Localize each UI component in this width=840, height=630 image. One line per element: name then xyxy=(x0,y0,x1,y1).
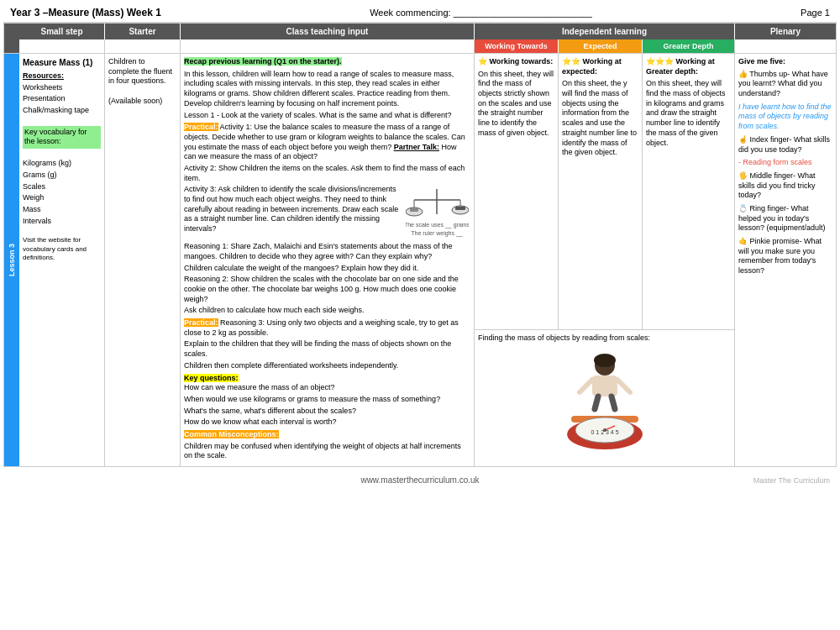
plenary-title: Give me five: xyxy=(738,57,832,67)
key-vocab-label: Key vocabulary for the lesson: xyxy=(23,126,101,149)
small-step-col: Measure Mass (1) Resources: Worksheets P… xyxy=(19,54,105,466)
col-independent-header: Independent learning xyxy=(475,24,735,39)
plenary-reading-form: - Reading form scales xyxy=(738,158,832,168)
reasoning1-text: Reasoning 1: Share Zach, Malaichi and Es… xyxy=(184,242,470,261)
ex-text: On this sheet, the y will find the mass … xyxy=(562,79,638,158)
svg-line-13 xyxy=(580,380,592,392)
header-week: Week commencing: _______________________… xyxy=(370,8,592,18)
main-content: Lesson 3 Measure Mass (1) Resources: Wor… xyxy=(3,53,837,467)
plenary-col: Give me five: 👍 Thumbs up- What have you… xyxy=(735,54,836,466)
page-header: Year 3 –Measure (Mass) Week 1 Week comme… xyxy=(3,3,837,23)
balance-scale-svg: The scale uses __ grams The ruler weighs… xyxy=(406,185,469,239)
kq4: How do we know what each interval is wor… xyxy=(184,417,470,428)
activity2-text: Activity 2: Show Children the items on t… xyxy=(184,164,470,183)
explain-text: Explain to the children that they will b… xyxy=(184,339,470,359)
expected-header: Expected xyxy=(559,39,643,53)
svg-point-22 xyxy=(603,428,606,432)
starter-available: (Available soon) xyxy=(108,97,176,107)
svg-line-15 xyxy=(595,396,598,409)
svg-point-11 xyxy=(594,354,616,367)
working-towards-col: ⭐ Working towards: On this sheet, they w… xyxy=(475,54,559,329)
independent-sub-cols: ⭐ Working towards: On this sheet, they w… xyxy=(475,54,734,329)
reasoning2b-text: Ask children to calculate how much each … xyxy=(184,306,470,316)
col-plenary-header: Plenary xyxy=(735,24,836,39)
intro-text: In this lesson, children will learn how … xyxy=(184,70,470,109)
practical1-label: Practical: xyxy=(184,123,218,131)
svg-line-16 xyxy=(612,396,615,409)
starter-col: Children to complete the fluent in four … xyxy=(105,54,181,466)
resources-label: Resources: xyxy=(23,71,101,81)
svg-rect-12 xyxy=(592,375,617,396)
kq3: What's the same, what's different about … xyxy=(184,407,470,417)
reasoning1b-text: Children calculate the weight of the man… xyxy=(184,264,470,274)
plenary-ring: 💍 Ring finger- What helped you in today'… xyxy=(738,204,832,234)
activity3-text: Activity 3: Ask children to identify the… xyxy=(184,185,400,234)
resource-chalk: Chalk/masking tape xyxy=(23,106,101,116)
ex-star: ⭐⭐ Working at expected: xyxy=(562,57,638,76)
independent-sub-headers: Working Towards Expected Greater Depth xyxy=(475,39,735,53)
lesson-label-bar: Lesson 3 xyxy=(4,54,19,466)
gd-star: ⭐⭐⭐ Working at Greater depth: xyxy=(646,57,731,76)
recap-label: Recap previous learning (Q1 on the start… xyxy=(184,57,470,67)
activity3-section: Activity 3: Ask children to identify the… xyxy=(184,185,470,239)
resource-presentation: Presentation xyxy=(23,94,101,104)
practical2-label: Practical: xyxy=(184,318,218,327)
finding-mass-section: Finding the mass of objects by reading f… xyxy=(475,329,734,466)
lesson-label: Lesson 3 xyxy=(8,244,16,276)
class-teaching-col: Recap previous learning (Q1 on the start… xyxy=(181,54,475,466)
sub-headers-row: Working Towards Expected Greater Depth xyxy=(3,39,837,53)
finding-mass-text: Finding the mass of objects by reading f… xyxy=(478,333,731,344)
website-text: Visit the website for vocabulary cards a… xyxy=(23,236,101,262)
vocab-g: Grams (g) xyxy=(23,171,101,181)
lesson1-text: Lesson 1 - Look at the variety of scales… xyxy=(184,111,470,121)
small-step-title: Measure Mass (1) xyxy=(23,57,101,68)
common-misconceptions-text: Common Misconceptions: xyxy=(184,430,470,440)
kq2: When would we use kilograms or grams to … xyxy=(184,395,470,405)
practical2-content: Reasoning 3: Using only two objects and … xyxy=(184,318,459,337)
greater-depth-col: ⭐⭐⭐ Working at Greater depth: On this sh… xyxy=(643,54,734,329)
wt-text: On this sheet, they will find the mass o… xyxy=(478,70,554,139)
svg-text:The scale uses __ grams: The scale uses __ grams xyxy=(406,222,469,228)
wt-label: Working towards: xyxy=(490,57,554,66)
key-questions-label: Key questions: xyxy=(184,374,239,382)
col-class-teaching-header: Class teaching input xyxy=(181,24,475,39)
page-wrapper: Year 3 –Measure (Mass) Week 1 Week comme… xyxy=(0,0,840,630)
weighing-scale-svg: 0 1 2 3 4 5 xyxy=(554,350,655,459)
vocab-kg: Kilograms (kg) xyxy=(23,159,101,169)
resource-worksheets: Worksheets xyxy=(23,83,101,93)
misconceptions-content: Children may be confused when identifyin… xyxy=(184,442,470,461)
reasoning2-text: Reasoning 2: Show children the scales wi… xyxy=(184,275,470,304)
partner-talk-label: Partner Talk: xyxy=(394,143,439,151)
footer: www.masterthecurriculum.co.uk Master The… xyxy=(3,470,837,490)
column-headers: Small step Starter Class teaching input … xyxy=(3,23,837,39)
practical2-text: Practical: Reasoning 3: Using only two o… xyxy=(184,318,470,338)
footer-url: www.masterthecurriculum.co.uk xyxy=(360,475,479,485)
plenary-index: ☝ Index finger- What skills did you use … xyxy=(738,135,832,155)
practical1-text: Practical: Activity 1: Use the balance s… xyxy=(184,123,470,162)
gd-text: On this sheet, they will find the mass o… xyxy=(646,79,731,148)
col-starter-header: Starter xyxy=(105,24,181,39)
working-towards-header: Working Towards xyxy=(475,39,559,53)
plenary-middle: 🖐 Middle finger- What skills did you fin… xyxy=(738,171,832,201)
plenary-pinkie: 🤙 Pinkie promise- What will you make sur… xyxy=(738,237,832,276)
col-small-step-header: Small step xyxy=(19,24,105,39)
svg-rect-7 xyxy=(455,207,465,210)
svg-rect-6 xyxy=(410,208,418,212)
vocab-scales: Scales xyxy=(23,182,101,192)
recap-highlight: Recap previous learning (Q1 on the start… xyxy=(184,57,342,66)
header-title: Year 3 –Measure (Mass) Week 1 xyxy=(10,7,161,18)
header-page: Page 1 xyxy=(801,8,830,18)
svg-text:The ruler weighs __: The ruler weighs __ xyxy=(411,230,463,237)
vocab-weigh: Weigh xyxy=(23,193,101,203)
footer-brand: Master The Curriculum xyxy=(746,476,830,485)
children-complete-text: Children then complete differentiated wo… xyxy=(184,361,470,371)
scale-image-container: 0 1 2 3 4 5 xyxy=(478,347,731,463)
vocab-mass: Mass xyxy=(23,205,101,215)
scale-illustration: The scale uses __ grams The ruler weighs… xyxy=(403,185,470,239)
starter-text: Children to complete the fluent in four … xyxy=(108,57,176,87)
kq1: How can we measure the mass of an object… xyxy=(184,383,470,393)
svg-line-14 xyxy=(617,380,630,392)
independent-col: ⭐ Working towards: On this sheet, they w… xyxy=(475,54,735,466)
vocab-intervals: Intervals xyxy=(23,217,101,227)
greater-depth-header: Greater Depth xyxy=(643,39,734,53)
